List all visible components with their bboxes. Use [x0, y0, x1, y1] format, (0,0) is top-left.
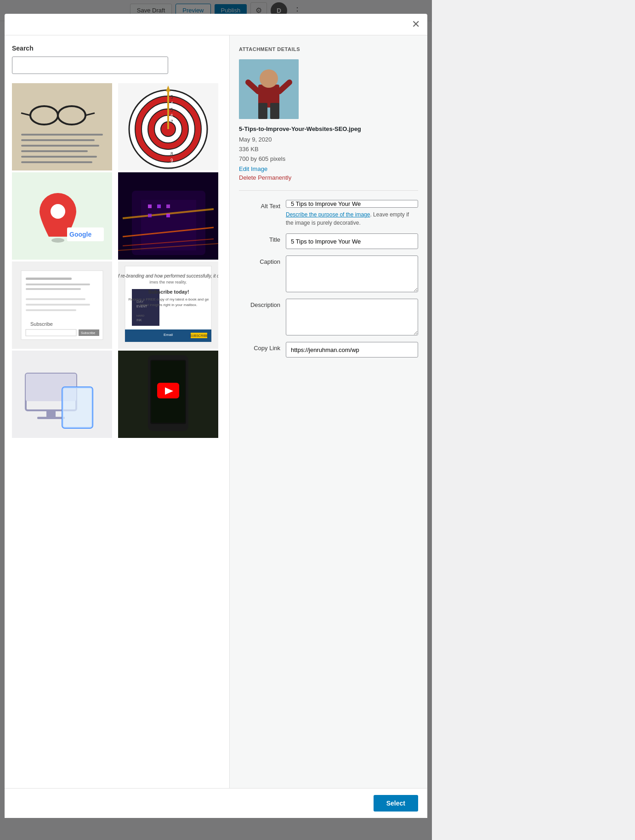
svg-text:6: 6 — [170, 114, 173, 119]
svg-point-89 — [260, 69, 278, 88]
media-item[interactable]: Google — [12, 172, 112, 260]
details-panel: ATTACHMENT DETAILS — [230, 35, 427, 788]
media-item[interactable]: Subscribe Subscribe — [12, 261, 112, 349]
svg-rect-92 — [258, 103, 267, 119]
media-library-modal: ✕ Search — [5, 14, 427, 818]
caption-input[interactable] — [286, 255, 418, 292]
media-item[interactable]: 3 4 5 6 7 8 9 — [118, 83, 218, 170]
svg-text:SUBSCRIBE: SUBSCRIBE — [189, 334, 208, 337]
svg-rect-42 — [166, 204, 170, 208]
select-button[interactable]: Select — [374, 795, 418, 812]
media-panel: Search — [5, 35, 230, 788]
svg-text:latest insights right in your : latest insights right in your mailbox. — [140, 303, 197, 307]
svg-text:power of re-branding and how p: power of re-branding and how performed s… — [118, 273, 218, 278]
copy-link-input[interactable] — [286, 342, 418, 358]
svg-text:HARD: HARD — [136, 314, 145, 317]
svg-rect-76 — [46, 410, 56, 417]
svg-text:4: 4 — [170, 101, 173, 106]
copy-link-row: Copy Link — [239, 342, 418, 358]
svg-rect-93 — [270, 103, 279, 119]
attachment-details-title: ATTACHMENT DETAILS — [239, 46, 418, 52]
alt-text-input[interactable] — [286, 200, 418, 208]
svg-rect-6 — [21, 134, 103, 136]
svg-rect-40 — [148, 204, 152, 208]
svg-rect-8 — [21, 145, 99, 147]
svg-rect-47 — [26, 278, 72, 280]
attachment-dimensions: 700 by 605 pixels — [239, 154, 418, 164]
svg-text:Receive a FREE copy of my late: Receive a FREE copy of my latest e-book … — [128, 297, 209, 301]
svg-rect-49 — [26, 288, 81, 290]
svg-text:Email: Email — [163, 333, 172, 337]
attachment-preview-image — [239, 59, 299, 119]
svg-text:8: 8 — [170, 152, 173, 157]
caption-row: Caption — [239, 255, 418, 292]
alt-text-hint: Describe the purpose of the image. Leave… — [286, 210, 418, 227]
svg-rect-52 — [26, 309, 76, 311]
svg-text:Google: Google — [69, 231, 91, 238]
search-input[interactable] — [12, 57, 168, 74]
svg-text:7: 7 — [170, 119, 173, 125]
media-item[interactable] — [118, 172, 218, 260]
copy-link-label: Copy Link — [239, 342, 280, 352]
search-label: Search — [12, 45, 222, 52]
svg-text:Subscribe: Subscribe — [30, 321, 53, 327]
svg-rect-7 — [21, 139, 95, 141]
caption-label: Caption — [239, 255, 280, 265]
svg-rect-44 — [166, 214, 170, 217]
svg-rect-79 — [62, 387, 92, 428]
description-input[interactable] — [286, 299, 418, 335]
media-item[interactable] — [12, 83, 112, 170]
title-label: Title — [239, 233, 280, 243]
svg-text:Subscribe: Subscribe — [81, 331, 95, 335]
svg-rect-43 — [148, 214, 152, 217]
svg-text:imes the new reality.: imes the new reality. — [149, 280, 187, 284]
close-button[interactable]: ✕ — [412, 19, 420, 29]
attachment-date: May 9, 2020 — [239, 135, 418, 145]
modal-footer: Select — [5, 788, 427, 818]
svg-text:INK: INK — [136, 318, 142, 322]
svg-point-30 — [51, 238, 64, 243]
alt-text-row: Alt Text Describe the purpose of the ima… — [239, 200, 418, 227]
description-row: Description — [239, 299, 418, 335]
attachment-filesize: 336 KB — [239, 145, 418, 154]
edit-image-link[interactable]: Edit Image — [239, 165, 418, 172]
svg-rect-50 — [26, 298, 85, 300]
media-item[interactable]: power of re-branding and how performed s… — [118, 261, 218, 349]
alt-text-block: Describe the purpose of the image. Leave… — [286, 200, 418, 227]
delete-permanently-link[interactable]: Delete Permanently — [239, 174, 418, 181]
svg-rect-9 — [21, 150, 88, 152]
svg-rect-11 — [21, 161, 92, 163]
alt-text-label: Alt Text — [239, 200, 280, 210]
description-label: Description — [239, 299, 280, 308]
modal-body: Search — [5, 35, 427, 788]
media-item[interactable] — [12, 351, 112, 438]
svg-rect-48 — [26, 284, 90, 285]
svg-text:9: 9 — [170, 158, 173, 163]
svg-point-29 — [51, 204, 65, 219]
svg-text:Subscribe today!: Subscribe today! — [148, 289, 189, 295]
svg-rect-51 — [26, 304, 90, 306]
details-divider — [239, 190, 418, 191]
svg-rect-54 — [26, 329, 76, 336]
media-item[interactable] — [118, 351, 218, 438]
attachment-filename: 5-Tips-to-Improve-Your-Websites-SEO.jpeg — [239, 125, 418, 132]
media-grid: 3 4 5 6 7 8 9 — [12, 83, 222, 438]
svg-text:5: 5 — [170, 108, 173, 113]
modal-header: ✕ — [5, 14, 427, 35]
title-row: Title — [239, 233, 418, 249]
svg-text:3: 3 — [170, 95, 173, 100]
svg-rect-77 — [37, 417, 65, 419]
alt-text-purpose-link[interactable]: Describe the purpose of the image — [286, 211, 370, 218]
svg-rect-10 — [21, 156, 97, 158]
svg-rect-41 — [157, 204, 161, 208]
title-input[interactable] — [286, 233, 418, 249]
